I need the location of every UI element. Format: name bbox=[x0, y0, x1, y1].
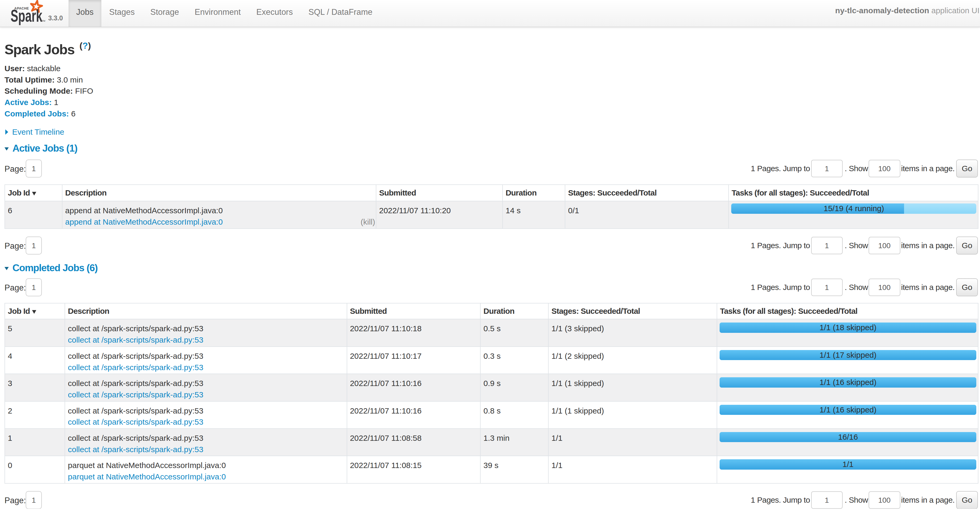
svg-text:TM: TM bbox=[42, 19, 45, 22]
svg-text:Spark: Spark bbox=[11, 6, 43, 25]
